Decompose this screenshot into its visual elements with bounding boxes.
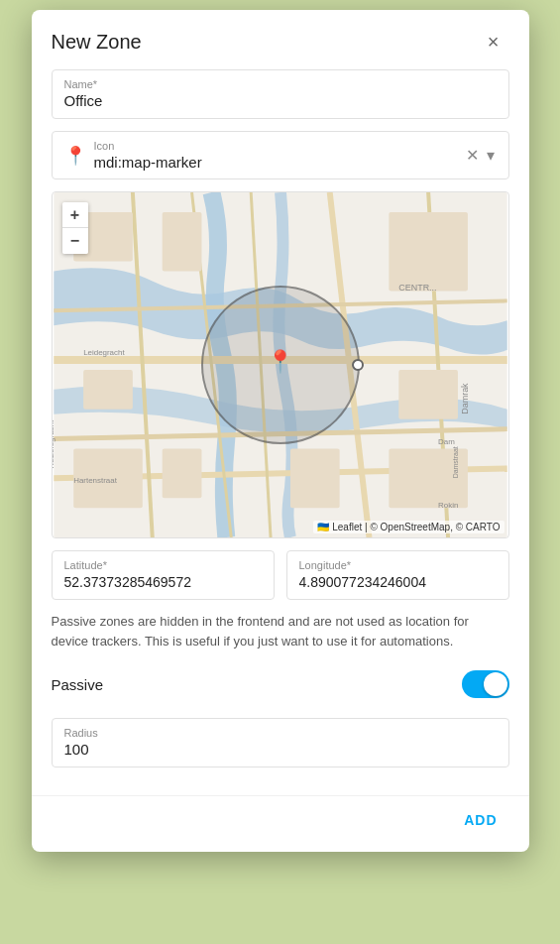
name-label: Name* bbox=[64, 78, 497, 90]
svg-text:CENTR...: CENTR... bbox=[398, 283, 436, 293]
icon-field-actions: ✕ ▾ bbox=[464, 144, 497, 167]
svg-text:Keizersgracht: Keizersgracht bbox=[53, 419, 56, 468]
dropdown-icon-button[interactable]: ▾ bbox=[485, 144, 497, 167]
coords-row: Latitude* Longitude* bbox=[52, 550, 509, 600]
toggle-thumb bbox=[484, 672, 507, 696]
svg-rect-14 bbox=[398, 370, 458, 419]
zoom-out-button[interactable]: − bbox=[62, 228, 88, 254]
radius-input[interactable] bbox=[64, 741, 497, 758]
zoom-in-button[interactable]: + bbox=[62, 202, 88, 228]
latitude-input[interactable] bbox=[64, 574, 262, 590]
passive-info-text: Passive zones are hidden in the frontend… bbox=[52, 612, 509, 650]
name-field-group: Name* bbox=[52, 69, 509, 119]
map-pin-icon: 📍 bbox=[64, 145, 86, 167]
radius-label: Radius bbox=[64, 727, 497, 739]
clear-icon-button[interactable]: ✕ bbox=[464, 144, 481, 167]
add-button[interactable]: ADD bbox=[452, 804, 508, 836]
radius-field-group: Radius bbox=[52, 718, 509, 767]
map-container[interactable]: Damrak Leidegracht Hartenstraat Singel C… bbox=[52, 191, 509, 538]
icon-value: mdi:map-marker bbox=[94, 154, 456, 171]
new-zone-dialog: New Zone × Name* 📍 Icon mdi:map-marker ✕… bbox=[32, 10, 529, 852]
svg-rect-11 bbox=[83, 370, 133, 410]
svg-text:Leidegracht: Leidegracht bbox=[83, 348, 125, 357]
svg-rect-17 bbox=[289, 449, 339, 509]
svg-text:Damstraat: Damstraat bbox=[451, 446, 458, 478]
toggle-track bbox=[462, 670, 509, 698]
passive-toggle-row: Passive bbox=[52, 666, 509, 702]
name-input[interactable] bbox=[64, 92, 497, 109]
passive-label: Passive bbox=[52, 676, 104, 693]
svg-text:Hartenstraat: Hartenstraat bbox=[73, 476, 117, 485]
map-svg: Damrak Leidegracht Hartenstraat Singel C… bbox=[53, 192, 508, 537]
longitude-input[interactable] bbox=[299, 574, 497, 590]
longitude-label: Longitude* bbox=[299, 559, 497, 571]
latitude-label: Latitude* bbox=[64, 559, 262, 571]
dialog-header: New Zone × bbox=[32, 10, 529, 69]
svg-text:Rokin: Rokin bbox=[438, 501, 458, 510]
map-controls: + − bbox=[62, 202, 88, 254]
longitude-field: Longitude* bbox=[286, 550, 509, 600]
svg-rect-16 bbox=[162, 449, 201, 499]
svg-text:Dam: Dam bbox=[438, 437, 455, 446]
dialog-title: New Zone bbox=[52, 31, 142, 54]
icon-label: Icon bbox=[94, 140, 456, 152]
icon-field-content: Icon mdi:map-marker bbox=[94, 140, 456, 171]
attribution-text: 🇺🇦 Leaflet | © OpenStreetMap, © CARTO bbox=[317, 522, 500, 532]
passive-toggle[interactable] bbox=[462, 670, 509, 698]
svg-text:Damrak: Damrak bbox=[459, 383, 469, 414]
map-attribution: 🇺🇦 Leaflet | © OpenStreetMap, © CARTO bbox=[313, 521, 504, 533]
svg-rect-12 bbox=[162, 212, 201, 272]
dialog-body: Name* 📍 Icon mdi:map-marker ✕ ▾ bbox=[32, 69, 529, 795]
icon-field-group: 📍 Icon mdi:map-marker ✕ ▾ bbox=[52, 131, 509, 179]
close-button[interactable]: × bbox=[478, 26, 509, 58]
latitude-field: Latitude* bbox=[52, 550, 275, 600]
svg-rect-13 bbox=[389, 212, 468, 292]
dialog-footer: ADD bbox=[32, 795, 529, 852]
